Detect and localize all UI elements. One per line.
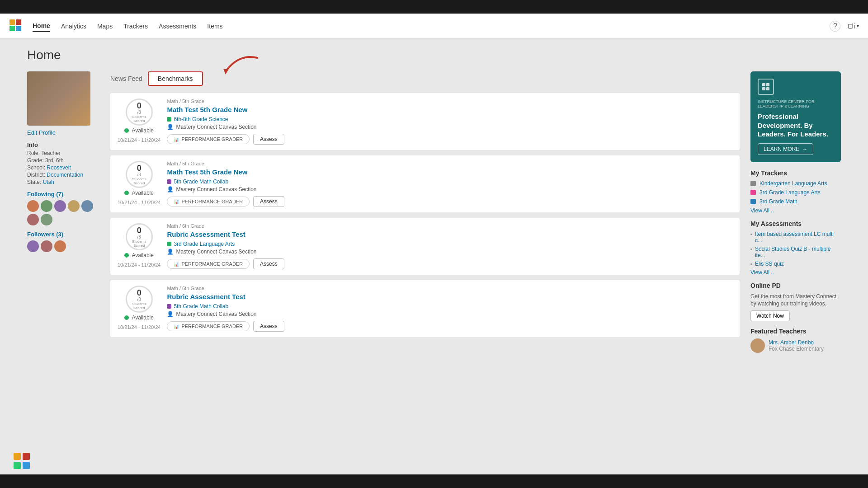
my-assessments-list: ▪ Item based assessment LC multi c... ▪ … [750,231,841,267]
teacher-avatar-1 [750,338,765,353]
my-assessment-3[interactable]: ▪ Elis SS quiz [750,261,841,267]
edit-profile-link[interactable]: Edit Profile [27,129,99,136]
card-title-4[interactable]: Rubric Assessment Test [167,293,732,300]
card-person-4: 👤 Mastery Connect Canvas Section [167,311,732,317]
watch-now-button[interactable]: Watch Now [750,310,790,321]
assess-btn-1[interactable]: Assess [253,134,284,145]
benchmarks-tab[interactable]: Benchmarks [148,71,203,86]
trackers-title: My Trackers [750,169,841,177]
follower-avatar-5[interactable] [81,200,93,212]
person-icon-3: 👤 [167,249,174,255]
assessment-card-3: 0 /8 Students Scored Available 10/21/24 … [110,218,740,275]
learn-more-button[interactable]: LEARN MORE → [758,143,813,155]
followers-avatar-3[interactable] [54,240,66,252]
assess-btn-4[interactable]: Assess [253,321,284,332]
ad-icon [758,79,774,95]
my-assessment-1[interactable]: ▪ Item based assessment LC multi c... [750,231,841,244]
score-circle-3: 0 /8 Students Scored [126,223,153,250]
card-tag-3[interactable]: 3rd Grade Language Arts [167,241,732,247]
follower-avatar-1[interactable] [27,200,39,212]
card-subject-4: Math / 6th Grade [167,286,732,291]
grader-btn-1[interactable]: 📊 PERFORMANCE GRADER [167,134,250,144]
nav-items[interactable]: Items [207,21,222,32]
follower-avatar-2[interactable] [41,200,52,212]
followers-avatar-1[interactable] [27,240,39,252]
nav-trackers[interactable]: Trackers [123,21,148,32]
section-name-4: Mastery Connect Canvas Section [176,311,256,317]
profile-avatar [27,71,90,126]
card-tag-4[interactable]: 5th Grade Math Collab [167,303,732,310]
card-tag-2[interactable]: 5th Grade Math Collab [167,178,732,185]
followers-label[interactable]: Followers (3) [27,231,99,238]
assess-btn-2[interactable]: Assess [253,196,284,207]
tag-dot-4 [167,304,171,309]
card-content-1: Math / 5th Grade Math Test 5th Grade New… [167,99,732,145]
card-title-2[interactable]: Math Test 5th Grade New [167,168,732,176]
nav-assessments[interactable]: Assessments [159,21,196,32]
svg-rect-7 [762,87,765,90]
status-text-4: Available [132,314,153,321]
followers-avatar-2[interactable] [41,240,52,252]
score-num-1: 0 [137,102,142,110]
grader-btn-4[interactable]: 📊 PERFORMANCE GRADER [167,321,250,331]
svg-rect-10 [23,453,30,460]
card-subject-2: Math / 5th Grade [167,161,732,166]
follower-avatar-3[interactable] [54,200,66,212]
card-meta-1: 6th-8th Grade Science 👤 Mastery Connect … [167,116,732,130]
section-name-3: Mastery Connect Canvas Section [176,249,256,255]
card-tag-1[interactable]: 6th-8th Grade Science [167,116,732,122]
tracker-item-2[interactable]: 3rd Grade Language Arts [750,189,841,196]
svg-rect-12 [23,462,30,469]
card-meta-3: 3rd Grade Language Arts 👤 Mastery Connec… [167,241,732,255]
person-icon-2: 👤 [167,186,174,192]
card-person-2: 👤 Mastery Connect Canvas Section [167,186,732,192]
follower-avatar-6[interactable] [27,214,39,225]
nav-maps[interactable]: Maps [97,21,113,32]
card-meta-2: 5th Grade Math Collab 👤 Mastery Connect … [167,178,732,192]
grader-btn-2[interactable]: 📊 PERFORMANCE GRADER [167,197,250,206]
profile-image [27,71,90,126]
assessment-icon-3: ▪ [750,261,752,267]
assess-btn-3[interactable]: Assess [253,258,284,269]
app-logo[interactable] [9,19,24,33]
status-text-1: Available [132,127,153,134]
help-icon[interactable]: ? [830,21,840,32]
my-assessment-2[interactable]: ▪ Social Studies Quiz B - multiple ite..… [750,246,841,258]
status-row-3: Available [124,252,153,258]
tracker-item-1[interactable]: Kindergarten Language Arts [750,180,841,187]
trackers-list: Kindergarten Language Arts 3rd Grade Lan… [750,180,841,205]
following-label[interactable]: Following (7) [27,191,99,197]
teacher-school-1: Fox Chase Elementary [769,346,824,352]
right-panel: INSTRUCTURE CENTER FOR LEADERSHIP & LEAR… [750,71,841,353]
teacher-name-1[interactable]: Mrs. Amber Denbo [769,339,824,346]
following-section: Following (7) [27,191,99,225]
nav-analytics[interactable]: Analytics [61,21,86,32]
assessments-view-all[interactable]: View All... [750,269,841,276]
navbar: Home Analytics Maps Trackers Assessments… [0,14,868,39]
tag-dot-1 [167,117,171,122]
card-actions-2: 📊 PERFORMANCE GRADER Assess [167,196,732,207]
tracker-item-3[interactable]: 3rd Grade Math [750,198,841,205]
tag-dot-3 [167,242,171,246]
ad-subtitle: INSTRUCTURE CENTER FOR LEADERSHIP & LEAR… [758,99,834,108]
card-title-1[interactable]: Math Test 5th Grade New [167,106,732,113]
trackers-view-all[interactable]: View All... [750,207,841,214]
grade-row: Grade: 3rd, 6th [27,157,99,164]
grader-btn-3[interactable]: 📊 PERFORMANCE GRADER [167,259,250,269]
featured-teacher-1: Mrs. Amber Denbo Fox Chase Elementary [750,338,841,353]
score-label-4: Students Scored [127,302,151,310]
user-menu[interactable]: Eli▾ [848,23,859,30]
follower-avatar-4[interactable] [68,200,80,212]
tag-dot-2 [167,179,171,184]
svg-rect-1 [16,19,21,25]
tag-label-1: 6th-8th Grade Science [174,116,228,122]
school-row: School: Roosevelt [27,164,99,171]
assessments-title: My Assessments [750,220,841,227]
followers-section: Followers (3) [27,231,99,252]
nav-home[interactable]: Home [33,20,50,32]
card-title-3[interactable]: Rubric Assessment Test [167,230,732,238]
follower-avatar-7[interactable] [41,214,52,225]
date-3: 10/21/24 - 11/20/24 [118,262,160,267]
score-denom-4: /8 [137,297,141,302]
person-icon-1: 👤 [167,124,174,130]
